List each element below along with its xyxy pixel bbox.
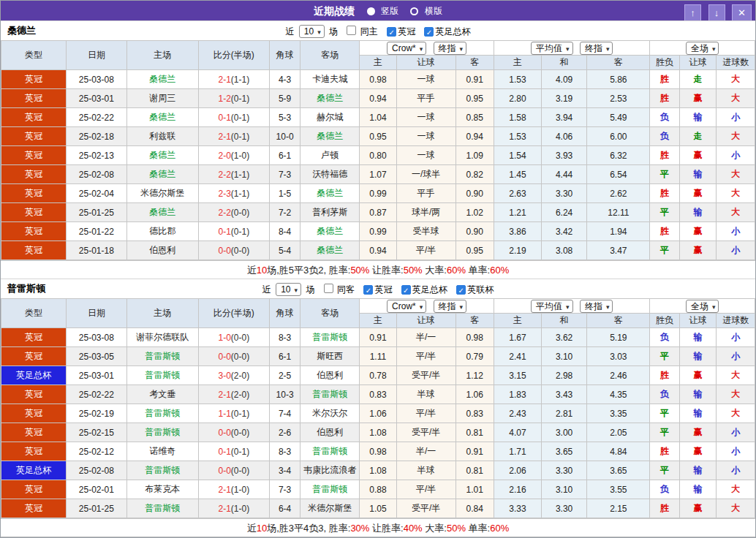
result-goals: 大 xyxy=(717,203,755,222)
half-time-score: (2-0) xyxy=(231,371,249,381)
scope-dropdown[interactable]: 全场▾ xyxy=(686,42,719,55)
same-home-label[interactable]: 同主 xyxy=(360,26,378,37)
full-time-score: 2-1 xyxy=(219,485,231,495)
final-odds-dropdown[interactable]: 终指▾ xyxy=(434,300,467,313)
full-time-score: 1-1 xyxy=(219,409,231,419)
same-home-checkbox[interactable] xyxy=(347,26,356,35)
result-wdl: 负 xyxy=(650,480,679,499)
scope-dropdown[interactable]: 全场▾ xyxy=(686,300,719,313)
home-odds: 0.95 xyxy=(360,127,397,146)
odds-dropdown-group: Crow*▾ 终指▾ xyxy=(360,299,494,314)
home-team: 桑德兰 xyxy=(126,70,198,89)
away-odds: 0.94 xyxy=(456,127,494,146)
same-away-checkbox[interactable] xyxy=(324,284,333,293)
home-team: 普雷斯顿 xyxy=(126,461,198,480)
close-button[interactable]: ✕ xyxy=(732,4,752,21)
avg-away-odds: 2.15 xyxy=(587,499,650,518)
horizontal-layout-radio[interactable] xyxy=(410,7,418,15)
avg-dropdown-group: 平均值▾ 终指▾ xyxy=(494,299,650,314)
corner-score: 10-3 xyxy=(269,385,300,404)
result-goals: 大 xyxy=(717,366,755,385)
result-handicap: 走 xyxy=(679,127,717,146)
league-checkbox-championship[interactable]: ✓ xyxy=(363,285,373,295)
odds-source-dropdown[interactable]: Crow*▾ xyxy=(387,300,426,313)
handicap-line: 一球 xyxy=(396,146,456,165)
horizontal-layout-label[interactable]: 横版 xyxy=(425,6,442,16)
match-date: 25-02-08 xyxy=(66,461,126,480)
corner-score: 8-4 xyxy=(269,222,300,241)
result-goals: 大 xyxy=(717,165,755,184)
avg-draw-odds: 3.00 xyxy=(541,423,587,442)
avg-away-odds: 6.32 xyxy=(587,146,650,165)
col-header-result-wdl: 胜负 xyxy=(650,56,679,70)
average-dropdown[interactable]: 平均值▾ xyxy=(531,42,573,55)
summary-text: 场,胜3平4负3, 胜率: xyxy=(267,523,350,534)
league-type-badge: 英冠 xyxy=(1,203,67,222)
league-label-league-cup[interactable]: 英联杯 xyxy=(467,284,494,295)
result-handicap: 赢 xyxy=(679,423,717,442)
league-type-badge: 英冠 xyxy=(1,423,67,442)
move-down-button[interactable]: ↓ xyxy=(708,4,725,21)
match-date: 25-03-08 xyxy=(66,70,126,89)
home-team: 普雷斯顿 xyxy=(126,366,198,385)
final-odds-dropdown[interactable]: 终指▾ xyxy=(434,42,467,55)
panel-title: 近期战绩 xyxy=(314,5,355,17)
half-time-score: (0-0) xyxy=(231,466,249,476)
recent-games-select[interactable]: 10▾ xyxy=(276,283,301,296)
window-buttons: ↑ ↓ ✕ xyxy=(681,2,752,22)
league-label-fa-cup[interactable]: 英足总杯 xyxy=(412,284,447,295)
league-checkbox-league-cup[interactable]: ✓ xyxy=(456,285,466,295)
league-type-badge: 英冠 xyxy=(1,442,67,461)
match-row: 英冠25-02-12诺维奇0-1(0-1)8-3普雷斯顿0.98半/一0.911… xyxy=(1,442,755,461)
vertical-layout-label[interactable]: 竖版 xyxy=(381,6,398,16)
handicap-line: 平手 xyxy=(396,184,456,203)
result-handicap: 输 xyxy=(679,404,717,423)
final-odds-dropdown-2[interactable]: 终指▾ xyxy=(580,300,613,313)
avg-draw-odds: 3.30 xyxy=(541,184,587,203)
col-header-avg-away: 客 xyxy=(587,56,650,70)
vertical-layout-radio[interactable] xyxy=(367,7,375,15)
away-odds: 1.12 xyxy=(456,366,494,385)
avg-away-odds: 2.05 xyxy=(587,423,650,442)
league-checkbox-championship[interactable]: ✓ xyxy=(387,27,396,37)
odds-source-dropdown[interactable]: Crow*▾ xyxy=(387,42,426,55)
result-wdl: 平 xyxy=(650,423,679,442)
away-team: 米尔沃尔 xyxy=(300,404,360,423)
league-type-badge: 英冠 xyxy=(1,184,67,203)
avg-away-odds: 4.35 xyxy=(587,385,650,404)
result-goals: 大 xyxy=(717,127,755,146)
team-name: 桑德兰 xyxy=(7,21,36,40)
full-time-score: 0-0 xyxy=(219,352,231,362)
average-dropdown[interactable]: 平均值▾ xyxy=(531,300,573,313)
home-team: 桑德兰 xyxy=(126,108,198,127)
league-label-championship[interactable]: 英冠 xyxy=(398,26,415,37)
avg-draw-odds: 3.10 xyxy=(541,480,587,499)
match-date: 25-02-22 xyxy=(66,108,126,127)
league-label-fa-cup[interactable]: 英足总杯 xyxy=(435,26,470,37)
avg-away-odds: 5.49 xyxy=(587,108,650,127)
recent-games-select[interactable]: 10▾ xyxy=(299,25,325,38)
league-label-championship[interactable]: 英冠 xyxy=(374,284,392,295)
score-cell: 2-1(1-0) xyxy=(198,499,269,518)
match-row: 英冠25-02-04米德尔斯堡2-3(1-1)1-5桑德兰0.99平手0.902… xyxy=(1,184,755,203)
move-up-button[interactable]: ↑ xyxy=(684,4,701,21)
chevron-down-icon: ▾ xyxy=(712,303,716,311)
league-checkbox-fa-cup[interactable]: ✓ xyxy=(424,27,434,37)
home-team: 布莱克本 xyxy=(126,480,198,499)
chevron-down-icon: ▾ xyxy=(295,287,298,294)
away-team: 米德尔斯堡 xyxy=(300,499,360,518)
league-checkbox-fa-cup[interactable]: ✓ xyxy=(401,285,411,295)
avg-home-odds: 1.21 xyxy=(494,203,542,222)
same-away-label[interactable]: 同客 xyxy=(337,284,355,295)
final-odds-dropdown-2[interactable]: 终指▾ xyxy=(580,42,613,55)
summary-stat-value: 60% xyxy=(490,523,509,534)
col-header-odds-home: 主 xyxy=(360,56,397,70)
result-handicap: 赢 xyxy=(679,146,717,165)
half-time-score: (0-1) xyxy=(231,409,249,419)
result-handicap: 输 xyxy=(679,480,717,499)
away-odds: 0.85 xyxy=(456,108,494,127)
home-team: 桑德兰 xyxy=(126,146,198,165)
result-wdl: 平 xyxy=(650,461,679,480)
half-time-score: (0-0) xyxy=(231,352,249,362)
result-wdl: 胜 xyxy=(650,442,679,461)
